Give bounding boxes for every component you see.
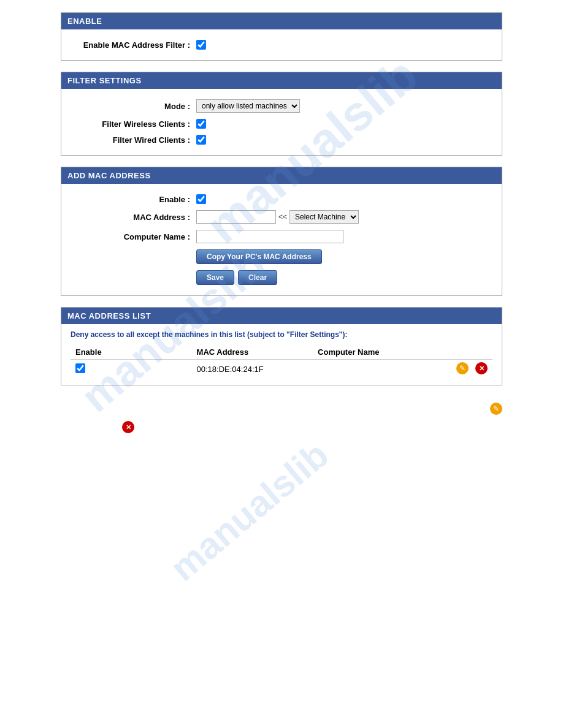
row-enable-checkbox[interactable] <box>75 363 85 373</box>
computer-name-control <box>196 230 343 243</box>
bottom-edit-icon[interactable] <box>490 403 502 415</box>
mac-list-thead: Enable MAC Address Computer Name <box>71 345 492 360</box>
filter-wireless-control <box>196 119 206 129</box>
col-mac-address: MAC Address <box>192 345 313 360</box>
enable-mac-control <box>196 40 206 50</box>
select-machine-dropdown[interactable]: Select Machine <box>289 210 359 224</box>
add-mac-enable-label: Enable : <box>74 195 196 204</box>
filter-wired-row: Filter Wired Clients : <box>61 132 502 148</box>
computer-name-input[interactable] <box>196 230 343 243</box>
mac-address-row: MAC Address : << Select Machine <box>61 207 502 227</box>
computer-name-label: Computer Name : <box>74 232 196 241</box>
table-row: 00:18:DE:04:24:1F <box>71 360 492 379</box>
mode-control: only allow listed machines deny listed m… <box>196 99 300 113</box>
computer-name-row: Computer Name : <box>61 227 502 246</box>
mac-address-control: << Select Machine <box>196 210 359 224</box>
enable-section-body: Enable MAC Address Filter : <box>61 29 502 60</box>
add-mac-header-text: ADD MAC ADDRESS <box>67 171 151 180</box>
enable-mac-row: Enable MAC Address Filter : <box>61 37 502 53</box>
enable-mac-checkbox[interactable] <box>196 40 206 50</box>
filter-settings-section: FILTER SETTINGS Mode : only allow listed… <box>61 72 502 156</box>
filter-settings-header: FILTER SETTINGS <box>61 72 502 89</box>
filter-wireless-label: Filter Wireless Clients : <box>74 119 196 129</box>
add-mac-header: ADD MAC ADDRESS <box>61 167 502 184</box>
col-enable: Enable <box>71 345 192 360</box>
save-clear-control: Save Clear <box>196 270 277 285</box>
row-mac-address-cell: 00:18:DE:04:24:1F <box>192 360 313 379</box>
add-mac-section: ADD MAC ADDRESS Enable : MAC Address : <… <box>61 167 502 296</box>
filter-wired-checkbox[interactable] <box>196 135 206 145</box>
mode-select[interactable]: only allow listed machines deny listed m… <box>196 99 300 113</box>
filter-settings-header-text: FILTER SETTINGS <box>67 76 142 85</box>
mode-row: Mode : only allow listed machines deny l… <box>61 96 502 116</box>
filter-wired-label: Filter Wired Clients : <box>74 135 196 145</box>
mode-label: Mode : <box>74 102 196 111</box>
mac-list-header-text: MAC ADDRESS LIST <box>67 311 151 320</box>
row-mac-address-value: 00:18:DE:04:24:1F <box>197 365 264 374</box>
copy-mac-button[interactable]: Copy Your PC's MAC Address <box>196 249 322 264</box>
col-actions <box>448 345 492 360</box>
mac-list-tbody: 00:18:DE:04:24:1F <box>71 360 492 379</box>
enable-header-text: ENABLE <box>67 17 102 26</box>
row-enable-cell <box>71 360 192 379</box>
filter-settings-body: Mode : only allow listed machines deny l… <box>61 89 502 155</box>
delete-icon[interactable] <box>475 362 488 374</box>
save-button[interactable]: Save <box>196 270 234 285</box>
bottom-icons-area <box>61 396 502 446</box>
add-mac-body: Enable : MAC Address : << Select Machine… <box>61 184 502 295</box>
add-mac-enable-checkbox[interactable] <box>196 194 206 204</box>
deny-notice: Deny access to all except the machines i… <box>71 330 492 339</box>
edit-icon[interactable] <box>456 362 469 374</box>
col-computer-name: Computer Name <box>313 345 448 360</box>
row-actions-cell <box>448 360 492 379</box>
filter-wireless-checkbox[interactable] <box>196 119 206 129</box>
add-mac-enable-control <box>196 194 206 204</box>
enable-section-header: ENABLE <box>61 13 502 29</box>
filter-wireless-row: Filter Wireless Clients : <box>61 116 502 132</box>
bottom-delete-icon[interactable] <box>122 421 134 433</box>
filter-wired-control <box>196 135 206 145</box>
mac-list-header: MAC ADDRESS LIST <box>61 308 502 324</box>
copy-btn-row: Copy Your PC's MAC Address <box>61 246 502 267</box>
enable-mac-label: Enable MAC Address Filter : <box>74 40 196 50</box>
mac-list-header-row: Enable MAC Address Computer Name <box>71 345 492 360</box>
clear-button[interactable]: Clear <box>238 270 277 285</box>
add-mac-enable-row: Enable : <box>61 191 502 207</box>
chevron-label: << <box>278 213 287 221</box>
mac-address-label: MAC Address : <box>74 213 196 222</box>
enable-section: ENABLE Enable MAC Address Filter : <box>61 12 502 61</box>
mac-list-body: Deny access to all except the machines i… <box>61 324 502 385</box>
mac-address-input[interactable] <box>196 210 276 224</box>
copy-btn-control: Copy Your PC's MAC Address <box>196 249 322 264</box>
mac-address-list-section: MAC ADDRESS LIST Deny access to all exce… <box>61 307 502 385</box>
row-computer-name-cell <box>313 360 448 379</box>
mac-list-table: Enable MAC Address Computer Name <box>71 345 492 379</box>
save-clear-row: Save Clear <box>61 267 502 288</box>
